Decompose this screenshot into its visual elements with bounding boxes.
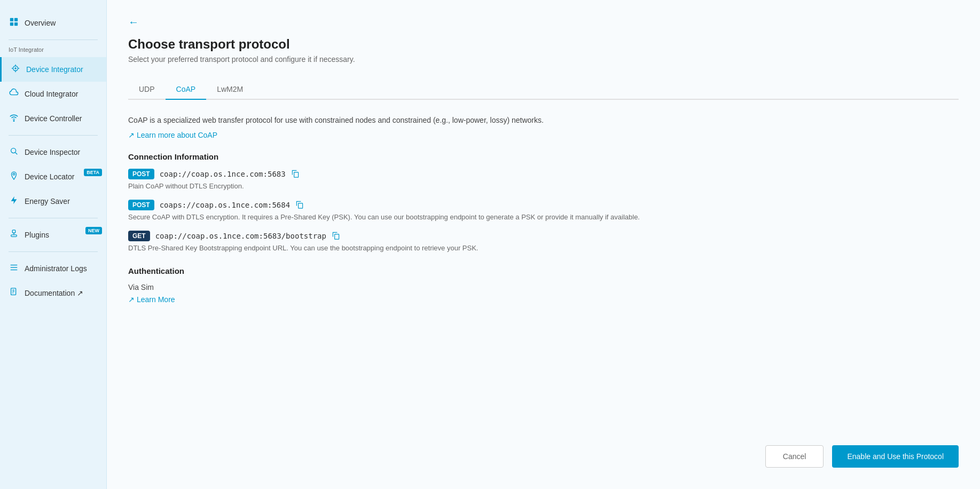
copy-icon-1[interactable] [291,169,300,179]
endpoint-url-3: coap://coap.os.1nce.com:5683/bootstrap [155,232,326,240]
enable-protocol-button[interactable]: Enable and Use this Protocol [832,445,959,468]
copy-icon-2[interactable] [295,200,304,210]
sidebar-item-label: Cloud Integrator [25,90,78,98]
new-badge: NEW [85,227,102,234]
tab-lwm2m[interactable]: LwM2M [206,80,254,100]
svg-rect-2 [10,22,13,26]
page-subtitle: Select your preferred transport protocol… [128,55,959,64]
auth-via: Via Sim [128,283,959,291]
chip-icon [10,64,21,75]
svg-point-13 [13,173,15,176]
footer-actions: Cancel Enable and Use this Protocol [128,435,959,473]
page-title: Choose transport protocol [128,37,959,52]
back-button[interactable]: ← [128,16,959,28]
plug-icon [9,229,19,241]
pin-icon [9,171,19,183]
external-link-icon: ↗ [128,131,135,139]
sidebar-item-label: Device Inspector [25,148,80,156]
sidebar-item-device-controller[interactable]: Device Controller [0,106,106,131]
sidebar-item-label: Plugins [25,231,49,239]
auth-section: Authentication Via Sim ↗ Learn More [128,266,959,317]
svg-point-11 [11,148,16,153]
copy-icon-3[interactable] [332,231,340,241]
cloud-icon [9,88,19,100]
method-badge-post-1: POST [128,169,154,179]
svg-rect-0 [10,18,13,21]
svg-point-10 [13,120,14,121]
svg-point-5 [14,67,17,69]
svg-rect-24 [299,203,303,208]
sidebar-item-energy-saver[interactable]: Energy Saver [0,189,106,214]
svg-rect-25 [335,234,339,239]
grid-icon [9,17,19,29]
endpoint-row-3: GET coap://coap.os.1nce.com:5683/bootstr… [128,231,959,253]
endpoint-url-1: coap://coap.os.1nce.com:5683 [160,170,286,178]
sidebar-item-plugins[interactable]: Plugins NEW [0,223,106,247]
tab-coap[interactable]: CoAP [166,80,207,100]
connection-info-title: Connection Information [128,152,959,161]
sidebar-item-documentation[interactable]: Documentation ↗ [0,281,106,305]
doc-icon [9,287,19,299]
sidebar-item-cloud-integrator[interactable]: Cloud Integrator [0,82,106,106]
sidebar-item-label: Energy Saver [25,197,70,206]
sidebar-divider-4 [9,251,98,252]
sidebar-section-iot: IoT Integrator [0,44,106,57]
sidebar-item-label: Device Controller [25,114,82,123]
svg-line-12 [15,153,18,155]
method-badge-get: GET [128,231,150,241]
endpoint-desc-1: Plain CoAP without DTLS Encryption. [128,182,959,191]
sidebar-item-label: Device Locator [25,172,74,181]
sidebar-item-label: Device Integrator [26,65,83,74]
sidebar-divider-2 [9,135,98,136]
learn-more-auth-link[interactable]: ↗ Learn More [128,295,175,304]
sidebar-divider-1 [9,40,98,40]
tab-udp[interactable]: UDP [128,80,166,100]
svg-rect-1 [14,18,18,21]
endpoint-line-2: POST coaps://coap.os.1nce.com:5684 [128,200,959,210]
beta-badge: BETA [84,169,102,176]
cancel-button[interactable]: Cancel [765,445,824,468]
endpoint-desc-2: Secure CoAP with DTLS encryption. It req… [128,212,959,222]
search-icon [9,146,19,158]
endpoint-desc-3: DTLS Pre-Shared Key Bootstrapping endpoi… [128,243,959,253]
external-link-icon-auth: ↗ [128,295,135,304]
sidebar-item-label: Administrator Logs [25,264,87,273]
svg-rect-3 [14,22,18,26]
protocol-tabs: UDP CoAP LwM2M [128,80,959,100]
sidebar-item-admin-logs[interactable]: Administrator Logs [0,256,106,281]
sidebar-item-label: Documentation ↗ [25,289,83,297]
svg-rect-23 [294,172,298,177]
bolt-icon [9,195,19,207]
endpoint-line-1: POST coap://coap.os.1nce.com:5683 [128,169,959,179]
learn-more-coap-link[interactable]: ↗ Learn more about CoAP [128,131,217,139]
sidebar-item-device-inspector[interactable]: Device Inspector [0,140,106,164]
sidebar: Overview IoT Integrator Device Integrato… [0,0,107,489]
endpoint-row-2: POST coaps://coap.os.1nce.com:5684 Secur… [128,200,959,222]
main-content: ← Choose transport protocol Select your … [107,0,980,489]
endpoint-row-1: POST coap://coap.os.1nce.com:5683 Plain … [128,169,959,191]
endpoint-line-3: GET coap://coap.os.1nce.com:5683/bootstr… [128,231,959,241]
sidebar-item-device-integrator[interactable]: Device Integrator [0,57,106,82]
method-badge-post-2: POST [128,200,154,210]
coap-content: CoAP is a specialized web transfer proto… [128,115,959,435]
sidebar-item-label: Overview [25,19,56,27]
sidebar-divider-3 [9,218,98,218]
wifi-icon [9,113,19,124]
sidebar-item-device-locator[interactable]: Device Locator BETA [0,164,106,189]
svg-rect-14 [12,230,15,233]
auth-title: Authentication [128,266,959,275]
list-icon [9,263,19,274]
sidebar-item-overview[interactable]: Overview [0,11,106,35]
endpoint-url-2: coaps://coap.os.1nce.com:5684 [160,201,290,209]
coap-description: CoAP is a specialized web transfer proto… [128,115,959,126]
